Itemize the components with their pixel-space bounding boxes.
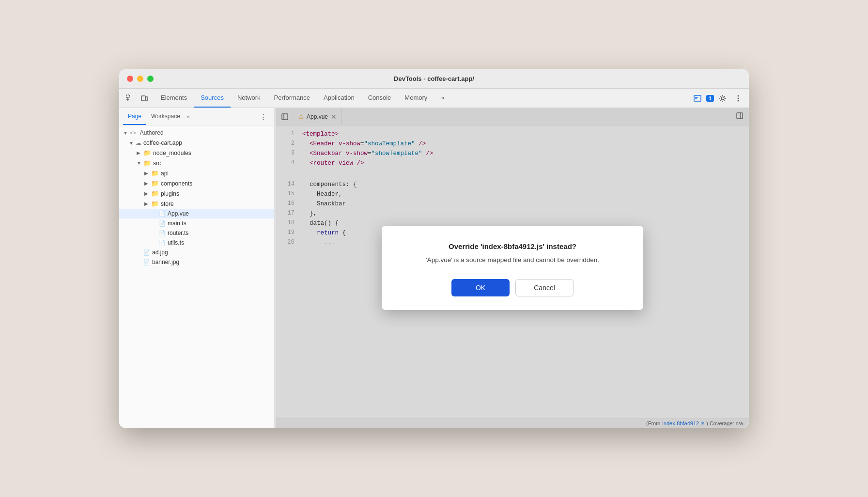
main-ts-file-icon: 📄 [159, 220, 166, 227]
api-label: api [161, 170, 169, 177]
main-content: Page Workspace » ⋮ ▼ <> Authored [119, 108, 749, 428]
more-options-icon[interactable] [731, 92, 745, 105]
store-label: store [161, 201, 174, 207]
svg-point-11 [738, 100, 739, 101]
node-modules-chevron: ▶ [137, 150, 141, 155]
tree-item-api[interactable]: ▶ 📁 api [119, 168, 274, 178]
titlebar: DevTools - coffee-cart.app/ [119, 69, 749, 89]
ok-button[interactable]: OK [451, 279, 510, 296]
ad-jpg-label: ad.jpg [152, 249, 168, 256]
editor-area: ⚠ App.vue ✕ 1 <template> 2 [276, 108, 749, 428]
dialog: Override 'index-8bfa4912.js' instead? 'A… [382, 226, 643, 310]
console-count: 1 [706, 95, 714, 102]
router-ts-file-icon: 📄 [159, 230, 166, 236]
tab-sources[interactable]: Sources [194, 89, 231, 108]
tree-item-components[interactable]: ▶ 📁 components [119, 178, 274, 188]
sidebar-tab-workspace[interactable]: Workspace [146, 108, 185, 125]
svg-rect-4 [146, 97, 148, 100]
sidebar-tab-more[interactable]: » [187, 114, 190, 120]
settings-icon[interactable] [716, 92, 729, 105]
dialog-buttons: OK Cancel [401, 279, 624, 296]
src-label: src [153, 160, 161, 167]
root-chevron: ▼ [129, 140, 134, 146]
utils-ts-file-icon: 📄 [159, 240, 166, 246]
src-folder-icon: 📁 [143, 159, 151, 167]
cloud-icon: ☁ [136, 140, 141, 146]
tab-memory[interactable]: Memory [398, 89, 434, 108]
root-label: coffee-cart.app [143, 140, 182, 146]
app-vue-label: App.vue [168, 210, 189, 217]
devtools-window: DevTools - coffee-cart.app/ Elements Sou… [119, 69, 749, 428]
minimize-button[interactable] [137, 76, 143, 82]
components-folder-icon: 📁 [151, 180, 159, 187]
ad-jpg-file-icon: 📄 [143, 249, 150, 256]
tree-item-main-ts[interactable]: ▶ 📄 main.ts [119, 218, 274, 228]
tab-network[interactable]: Network [231, 89, 267, 108]
device-toggle-icon[interactable] [138, 92, 151, 105]
dialog-message: 'App.vue' is a source mapped file and ca… [401, 255, 624, 265]
tree-item-node-modules[interactable]: ▶ 📁 node_modules [119, 148, 274, 158]
store-chevron: ▶ [144, 201, 149, 206]
authored-code-icon: <> [130, 130, 136, 136]
authored-label: Authored [140, 129, 164, 136]
sidebar-tab-page[interactable]: Page [123, 108, 146, 125]
toolbar-right: 1 [691, 92, 745, 105]
plugins-folder-icon: 📁 [151, 190, 159, 197]
api-folder-icon: 📁 [151, 170, 159, 177]
dialog-title: Override 'index-8bfa4912.js' instead? [401, 241, 624, 251]
tree-item-plugins[interactable]: ▶ 📁 plugins [119, 188, 274, 199]
folder-icon: 📁 [143, 149, 151, 156]
tab-console[interactable]: Console [361, 89, 398, 108]
tab-application[interactable]: Application [317, 89, 361, 108]
tab-navigation: Elements Sources Network Performance App… [154, 89, 451, 108]
file-tree: ▼ <> Authored ▼ ☁ coffee-cart.app ▶ 📁 no… [119, 125, 274, 428]
tree-item-src[interactable]: ▼ 📁 src [119, 158, 274, 168]
src-chevron: ▼ [137, 160, 141, 166]
api-chevron: ▶ [144, 171, 149, 176]
tree-item-store[interactable]: ▶ 📁 store [119, 199, 274, 209]
toolbar: Elements Sources Network Performance App… [119, 89, 749, 108]
banner-jpg-label: banner.jpg [152, 259, 179, 265]
cancel-button[interactable]: Cancel [515, 279, 574, 296]
svg-point-10 [738, 97, 739, 99]
tree-item-root[interactable]: ▼ ☁ coffee-cart.app [119, 138, 274, 148]
svg-rect-3 [141, 96, 145, 101]
svg-point-9 [738, 95, 739, 96]
tree-item-utils-ts[interactable]: ▶ 📄 utils.ts [119, 238, 274, 248]
select-element-icon[interactable] [123, 92, 137, 105]
node-modules-label: node_modules [153, 150, 191, 156]
authored-chevron: ▼ [123, 130, 128, 136]
components-chevron: ▶ [144, 181, 149, 186]
store-folder-icon: 📁 [151, 200, 159, 207]
console-icon[interactable] [691, 92, 704, 105]
window-title: DevTools - coffee-cart.app/ [394, 75, 474, 82]
sidebar-tab-bar: Page Workspace » ⋮ [119, 108, 274, 125]
plugins-chevron: ▶ [144, 191, 149, 196]
maximize-button[interactable] [147, 76, 154, 82]
tree-item-ad-jpg[interactable]: ▶ 📄 ad.jpg [119, 248, 274, 257]
svg-rect-5 [694, 95, 701, 101]
tab-elements[interactable]: Elements [154, 89, 194, 108]
app-vue-file-icon: 📄 [159, 211, 166, 217]
close-button[interactable] [127, 76, 133, 82]
svg-rect-0 [126, 95, 129, 98]
banner-jpg-file-icon: 📄 [143, 259, 150, 265]
dialog-overlay: Override 'index-8bfa4912.js' instead? 'A… [276, 108, 749, 428]
authored-header[interactable]: ▼ <> Authored [119, 127, 274, 138]
tab-performance[interactable]: Performance [267, 89, 317, 108]
sidebar-more-options-icon[interactable]: ⋮ [256, 110, 270, 124]
sidebar: Page Workspace » ⋮ ▼ <> Authored [119, 108, 274, 428]
tree-item-app-vue[interactable]: ▶ 📄 App.vue [119, 209, 274, 218]
main-ts-label: main.ts [168, 220, 186, 227]
traffic-lights [127, 76, 154, 82]
utils-ts-label: utils.ts [168, 239, 184, 246]
tree-item-router-ts[interactable]: ▶ 📄 router.ts [119, 228, 274, 238]
components-label: components [161, 180, 192, 187]
svg-point-8 [721, 97, 724, 100]
tree-item-banner-jpg[interactable]: ▶ 📄 banner.jpg [119, 257, 274, 267]
tab-more[interactable]: » [434, 89, 451, 108]
router-ts-label: router.ts [168, 230, 188, 236]
sidebar-actions: ⋮ [256, 110, 270, 124]
plugins-label: plugins [161, 190, 179, 197]
